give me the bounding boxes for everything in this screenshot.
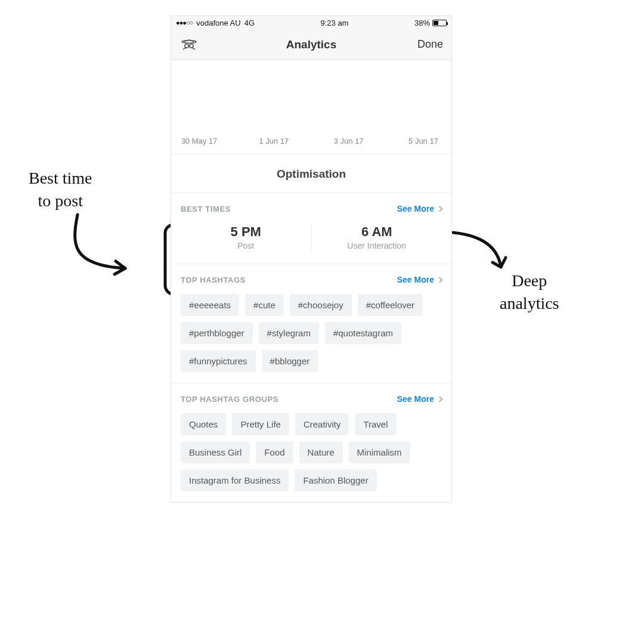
top-hashtags-heading: TOP HASHTAGS [181, 275, 246, 284]
arrow-left-icon [36, 209, 167, 292]
carrier-label: vodafone AU [196, 18, 240, 27]
spy-icon[interactable] [179, 34, 199, 55]
hashtag-group-chip[interactable]: Minimalism [349, 441, 410, 463]
nav-bar: Analytics Done [171, 29, 451, 60]
chevron-right-icon [437, 277, 443, 283]
activity-chart: 30 May 171 Jun 173 Jun 175 Jun 17 [171, 60, 451, 154]
best-time-post-label: Post [181, 241, 311, 250]
optimisation-heading: Optimisation [171, 154, 451, 193]
svg-point-1 [182, 40, 196, 42]
top-hashtags-panel: TOP HASHTAGS See More #eeeeeats#cute#cho… [171, 264, 451, 383]
hashtag-group-chip[interactable]: Quotes [181, 413, 226, 435]
best-times-heading: BEST TIMES [181, 205, 231, 213]
hashtag-group-chip[interactable]: Business Girl [181, 441, 250, 463]
best-times-panel: BEST TIMES See More 5 PM Post 6 AM User … [171, 193, 451, 264]
hashtag-chip[interactable]: #bblogger [262, 350, 318, 372]
hashtag-group-chip[interactable]: Fashion Blogger [295, 469, 376, 491]
battery-icon [432, 20, 447, 26]
hashtag-chip[interactable]: #coffeelover [358, 294, 423, 316]
annotation-deep-analytics: Deepanalytics [500, 270, 559, 315]
hashtag-chip[interactable]: #perthblogger [181, 322, 253, 344]
best-time-interaction-value: 6 AM [312, 224, 442, 240]
best-time-post: 5 PM Post [181, 224, 312, 250]
network-label: 4G [244, 18, 255, 27]
hashtag-group-chip[interactable]: Pretty Life [232, 413, 289, 435]
hashtag-chip[interactable]: #funnypictures [181, 350, 256, 372]
hashtag-chip[interactable]: #choosejoy [290, 294, 352, 316]
hashtag-group-chip[interactable]: Food [256, 441, 293, 463]
chevron-right-icon [437, 206, 443, 212]
chart-x-label: 1 Jun 17 [253, 137, 295, 145]
hashtag-group-chip[interactable]: Instagram for Business [181, 469, 289, 491]
chart-x-label: 5 Jun 17 [402, 137, 444, 145]
best-time-interaction: 6 AM User Interaction [312, 224, 442, 250]
best-time-post-value: 5 PM [181, 224, 311, 240]
hashtag-group-chip[interactable]: Travel [355, 413, 396, 435]
signal-dots-icon: ●●●○○ [176, 19, 193, 26]
hashtag-group-chip[interactable]: Creativity [295, 413, 349, 435]
top-groups-see-more[interactable]: See More [397, 394, 442, 404]
page-title: Analytics [215, 38, 407, 51]
phone-frame: ●●●○○ vodafone AU 4G 9:23 am 38% Anal [171, 16, 452, 503]
status-time: 9:23 am [321, 18, 349, 27]
status-bar: ●●●○○ vodafone AU 4G 9:23 am 38% [171, 16, 451, 29]
done-button[interactable]: Done [407, 38, 443, 51]
hashtag-chip[interactable]: #eeeeeats [181, 294, 239, 316]
chart-x-label: 3 Jun 17 [328, 137, 370, 145]
annotation-best-time: Best timeto post [29, 167, 92, 212]
hashtag-chip[interactable]: #cute [245, 294, 284, 316]
top-hashtags-see-more[interactable]: See More [397, 275, 442, 284]
hashtag-chip[interactable]: #stylegram [259, 322, 319, 344]
top-groups-heading: TOP HASHTAG GROUPS [181, 395, 278, 404]
hashtag-group-chip[interactable]: Nature [299, 441, 343, 463]
see-more-label: See More [397, 204, 434, 213]
top-groups-panel: TOP HASHTAG GROUPS See More QuotesPretty… [171, 383, 451, 502]
best-times-see-more[interactable]: See More [397, 204, 442, 213]
hashtag-chip[interactable]: #quotestagram [325, 322, 401, 344]
best-time-interaction-label: User Interaction [312, 241, 442, 250]
chevron-right-icon [437, 396, 443, 402]
see-more-label: See More [397, 394, 434, 404]
see-more-label: See More [397, 275, 434, 284]
chart-x-label: 30 May 17 [178, 137, 220, 145]
battery-pct: 38% [414, 18, 430, 27]
